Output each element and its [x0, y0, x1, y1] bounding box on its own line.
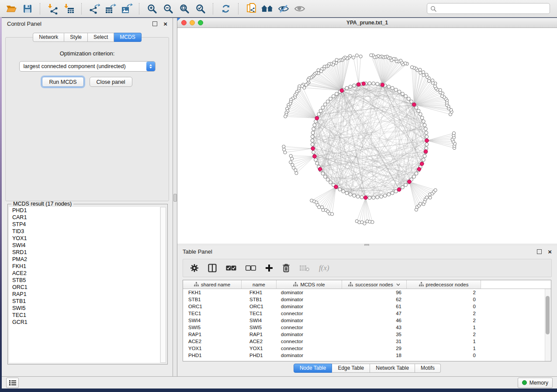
list-item[interactable]: SWI5	[9, 305, 160, 312]
list-item[interactable]: ACE2	[9, 270, 160, 277]
function-builder-button[interactable]: f(x)	[319, 264, 329, 272]
list-item[interactable]: PMA2	[9, 256, 160, 263]
table-row[interactable]: FKH1FKH1dominator962	[183, 289, 551, 296]
list-item[interactable]: RAP1	[9, 291, 160, 298]
table-cell[interactable]: FKH1	[183, 290, 242, 295]
table-row[interactable]: PHD1PHD1dominator180	[183, 352, 551, 359]
table-cell[interactable]: 35	[342, 332, 407, 337]
table-cell[interactable]: 2	[407, 311, 481, 316]
tab-network[interactable]: Network	[33, 33, 64, 42]
table-cell[interactable]: YOX1	[242, 346, 277, 351]
tab-edge-table[interactable]: Edge Table	[332, 364, 370, 373]
table-cell[interactable]: dominator	[277, 304, 342, 309]
table-cell[interactable]: PHD1	[242, 353, 277, 358]
import-network-button[interactable]	[46, 2, 60, 16]
table-row[interactable]: ACE2ACE2connector311	[183, 338, 551, 345]
close-panel-button[interactable]: Close panel	[90, 77, 132, 87]
float-panel-icon[interactable]	[537, 249, 542, 254]
mcds-node[interactable]	[318, 167, 322, 171]
table-cell[interactable]: 0	[407, 353, 481, 358]
table-cell[interactable]: 2	[407, 332, 481, 337]
network-view-titlebar[interactable]: YPA_prune.txt_1	[177, 18, 557, 28]
table-cell[interactable]: 0	[407, 297, 481, 302]
mcds-node[interactable]	[334, 185, 338, 189]
list-item[interactable]: SRD1	[9, 249, 160, 256]
create-column-button[interactable]	[265, 264, 273, 272]
clone-network-button[interactable]	[244, 2, 258, 16]
table-cell[interactable]: connector	[277, 346, 342, 351]
table-row[interactable]: TEC1TEC1connector472	[183, 310, 551, 317]
table-cell[interactable]: RAP1	[242, 332, 277, 337]
search-box[interactable]	[427, 3, 550, 14]
table-cell[interactable]: ACE2	[242, 339, 277, 344]
mcds-node[interactable]	[364, 196, 368, 199]
export-image-button[interactable]	[120, 2, 134, 16]
table-cell[interactable]: connector	[277, 311, 342, 316]
table-cell[interactable]: FKH1	[242, 290, 277, 295]
table-cell[interactable]: STB1	[183, 297, 242, 302]
table-row[interactable]: RAP1RAP1dominator352	[183, 331, 551, 338]
table-cell[interactable]: SWI4	[183, 318, 242, 323]
list-item[interactable]: YOX1	[9, 235, 160, 242]
table-cell[interactable]: connector	[277, 325, 342, 330]
mcds-node[interactable]	[408, 180, 412, 184]
table-cell[interactable]: 2	[407, 290, 481, 295]
refresh-button[interactable]	[219, 2, 233, 16]
export-table-button[interactable]	[104, 2, 118, 16]
table-cell[interactable]: YOX1	[183, 346, 242, 351]
first-neighbors-button[interactable]	[260, 2, 274, 16]
tab-motifs[interactable]: Motifs	[415, 364, 441, 373]
table-cell[interactable]: 1	[407, 325, 481, 330]
table-cell[interactable]: dominator	[277, 353, 342, 358]
list-item[interactable]: TID3	[9, 228, 160, 235]
network-canvas[interactable]	[177, 28, 557, 244]
table-cell[interactable]: 2	[407, 318, 481, 323]
table-cell[interactable]: 62	[342, 297, 407, 302]
mcds-node[interactable]	[397, 188, 401, 192]
table-cell[interactable]: dominator	[277, 290, 342, 295]
show-all-button[interactable]	[293, 2, 307, 16]
close-panel-icon[interactable]: ×	[548, 248, 552, 255]
table-cell[interactable]: connector	[277, 339, 342, 344]
table-cell[interactable]: dominator	[277, 318, 342, 323]
save-session-button[interactable]	[21, 2, 35, 16]
table-cell[interactable]: 1	[407, 346, 481, 351]
list-item[interactable]: TEC1	[9, 312, 160, 319]
table-cell[interactable]: ORC1	[242, 304, 277, 309]
list-item[interactable]: PHD1	[9, 207, 160, 214]
delete-columns-button[interactable]	[282, 264, 290, 272]
list-item[interactable]: STB1	[9, 298, 160, 305]
mcds-node[interactable]	[357, 83, 361, 86]
table-cell[interactable]: 47	[342, 311, 407, 316]
open-session-button[interactable]	[4, 2, 18, 16]
export-network-button[interactable]	[87, 2, 101, 16]
close-panel-icon[interactable]: ×	[163, 21, 167, 27]
float-panel-icon[interactable]	[152, 21, 157, 26]
mcds-node[interactable]	[313, 155, 317, 158]
list-item[interactable]: ORC1	[9, 284, 160, 291]
hide-selected-button[interactable]	[277, 2, 291, 16]
table-cell[interactable]: RAP1	[183, 332, 242, 337]
search-input[interactable]	[439, 4, 547, 14]
column-header-mcds-role[interactable]: MCDS role	[277, 280, 342, 289]
table-row[interactable]: STB1STB1dominator620	[183, 296, 551, 303]
list-item[interactable]: GCR1	[9, 319, 160, 326]
mcds-node[interactable]	[315, 117, 319, 120]
table-cell[interactable]: 29	[342, 346, 407, 351]
table-row[interactable]: ORC1ORC1dominator610	[183, 303, 551, 310]
mcds-node[interactable]	[362, 82, 366, 86]
criterion-select[interactable]: largest connected component (undirected)	[19, 61, 156, 72]
column-header-predecessor-nodes[interactable]: predecessor nodes	[407, 280, 481, 289]
mcds-node[interactable]	[311, 147, 315, 151]
table-cell[interactable]: SWI5	[183, 325, 242, 330]
tab-network-table[interactable]: Network Table	[370, 364, 415, 373]
list-item[interactable]: STB5	[9, 277, 160, 284]
mcds-node[interactable]	[412, 103, 416, 107]
run-mcds-button[interactable]: Run MCDS	[42, 77, 83, 87]
mcds-node[interactable]	[381, 83, 384, 87]
table-row[interactable]: SWI5SWI5connector431	[183, 324, 551, 331]
table-cell[interactable]: dominator	[277, 297, 342, 302]
memory-button[interactable]: Memory	[518, 378, 553, 388]
column-header-shared-name[interactable]: shared name	[183, 280, 242, 289]
list-item[interactable]: CAR1	[9, 214, 160, 221]
